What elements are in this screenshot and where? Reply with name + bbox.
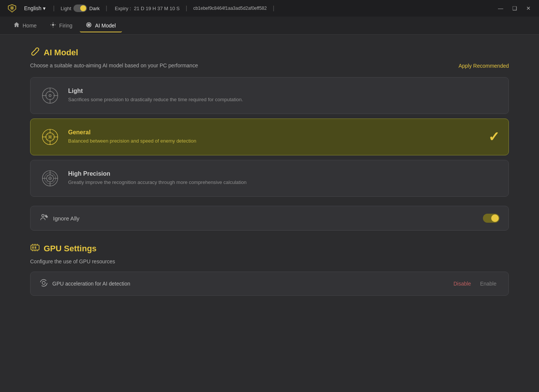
svg-point-35 xyxy=(42,214,44,217)
ai-model-desc-row: Choose a suitable auto-aiming AI model b… xyxy=(30,62,509,70)
ignore-ally-left: Ignore Ally xyxy=(40,213,79,223)
svg-rect-41 xyxy=(35,246,36,249)
svg-line-18 xyxy=(47,134,49,136)
svg-point-5 xyxy=(46,91,54,100)
light-model-name: Light xyxy=(68,88,499,94)
ai-model-title: AI Model xyxy=(44,48,78,58)
model-card-high-precision[interactable]: High Precision Greatly improve the recog… xyxy=(30,160,509,197)
gpu-card-left: GPU acceleration for AI detection xyxy=(40,279,130,289)
main-content: AI Model Choose a suitable auto-aiming A… xyxy=(0,35,539,392)
ai-model-description: Choose a suitable auto-aiming AI model b… xyxy=(30,62,198,70)
ignore-ally-label: Ignore Ally xyxy=(53,215,79,222)
model-card-light[interactable]: Light Sacrifices some precision to drast… xyxy=(30,77,509,114)
svg-point-0 xyxy=(52,24,54,26)
gpu-settings-description: Configure the use of GPU resources xyxy=(30,258,218,266)
gpu-disable-button[interactable]: Disable xyxy=(451,279,474,288)
high-precision-model-content: High Precision Greatly improve the recog… xyxy=(68,170,499,186)
ai-model-icon xyxy=(86,22,92,29)
theme-knob xyxy=(80,5,86,11)
svg-point-13 xyxy=(49,136,51,138)
theme-switch[interactable] xyxy=(73,5,87,12)
ignore-ally-knob xyxy=(491,214,499,222)
svg-line-19 xyxy=(52,134,53,136)
svg-point-6 xyxy=(49,94,51,97)
app-logo xyxy=(6,2,18,14)
nav-item-firing[interactable]: Firing xyxy=(44,19,78,32)
selected-checkmark: ✓ xyxy=(488,129,499,145)
titlebar: English ▾ | Light Dark | Expiry : 21 D 1… xyxy=(0,0,539,17)
language-selector[interactable]: English ▾ xyxy=(24,5,46,11)
home-icon xyxy=(14,22,20,29)
nav-label-home: Home xyxy=(23,23,37,29)
svg-line-21 xyxy=(52,138,53,140)
separator-4: | xyxy=(273,5,274,12)
gpu-acceleration-label: GPU acceleration for AI detection xyxy=(52,281,130,287)
nav-item-home[interactable]: Home xyxy=(8,19,43,32)
light-model-desc: Sacrifices some precision to drastically… xyxy=(68,96,499,103)
general-model-desc: Balanced between precision and speed of … xyxy=(68,137,481,145)
ai-model-section-header: AI Model xyxy=(30,47,509,59)
svg-line-32 xyxy=(53,175,54,176)
svg-line-20 xyxy=(47,138,49,140)
expiry-label: Expiry : 21 D 19 H 37 M 10 S xyxy=(115,6,180,11)
gpu-settings-section: GPU Settings Configure the use of GPU re… xyxy=(30,243,509,296)
nav-item-ai-model[interactable]: AI Model xyxy=(80,19,122,32)
gpu-enable-button[interactable]: Enable xyxy=(477,279,499,288)
close-button[interactable]: ✕ xyxy=(524,4,533,13)
maximize-button[interactable]: ❑ xyxy=(510,4,519,13)
light-model-icon xyxy=(40,85,61,106)
general-model-name: General xyxy=(68,129,481,136)
svg-line-33 xyxy=(47,181,48,182)
window-controls: — ❑ ✕ xyxy=(496,4,533,13)
gpu-acceleration-card: GPU acceleration for AI detection Disabl… xyxy=(30,272,509,296)
gpu-section-header: GPU Settings xyxy=(30,243,509,255)
separator-2: | xyxy=(106,5,107,12)
model-card-general[interactable]: General Balanced between precision and s… xyxy=(30,119,509,155)
ignore-ally-row: Ignore Ally xyxy=(30,206,509,231)
separator-3: | xyxy=(186,5,187,12)
svg-rect-40 xyxy=(32,246,33,249)
dark-label: Dark xyxy=(89,6,99,11)
theme-toggle[interactable]: Light Dark xyxy=(61,5,100,12)
firing-icon xyxy=(50,22,56,29)
light-model-content: Light Sacrifices some precision to drast… xyxy=(68,88,499,103)
minimize-button[interactable]: — xyxy=(496,4,506,13)
general-model-icon xyxy=(40,126,61,147)
nav-label-ai-model: AI Model xyxy=(95,23,116,29)
gpu-settings-title: GPU Settings xyxy=(44,244,97,254)
general-model-content: General Balanced between precision and s… xyxy=(68,129,481,145)
wrench-icon xyxy=(30,47,40,59)
svg-point-50 xyxy=(40,280,47,286)
svg-line-31 xyxy=(47,175,48,176)
svg-point-12 xyxy=(46,133,54,141)
model-cards-list: Light Sacrifices some precision to drast… xyxy=(30,77,509,197)
svg-point-26 xyxy=(50,178,51,179)
apply-recommended-button[interactable]: Apply Recommended xyxy=(458,63,509,69)
svg-point-3 xyxy=(88,24,89,25)
license-key: cb1ebef9c8464f1aa3ad5d2af0eff582 xyxy=(193,6,266,11)
high-precision-model-name: High Precision xyxy=(68,170,499,177)
gpu-spinner-icon xyxy=(40,279,48,289)
ignore-ally-icon xyxy=(40,213,49,223)
gpu-btn-group: Disable Enable xyxy=(451,279,499,288)
svg-point-51 xyxy=(42,281,45,284)
high-precision-model-icon xyxy=(40,168,61,189)
svg-line-34 xyxy=(53,181,54,182)
nav-label-firing: Firing xyxy=(59,23,72,29)
high-precision-model-desc: Greatly improve the recognition accuracy… xyxy=(68,179,499,186)
navbar: Home Firing AI Model xyxy=(0,17,539,35)
light-label: Light xyxy=(61,6,71,11)
ignore-ally-toggle[interactable] xyxy=(483,214,499,223)
separator-1: | xyxy=(53,5,55,12)
gpu-icon xyxy=(30,243,40,255)
